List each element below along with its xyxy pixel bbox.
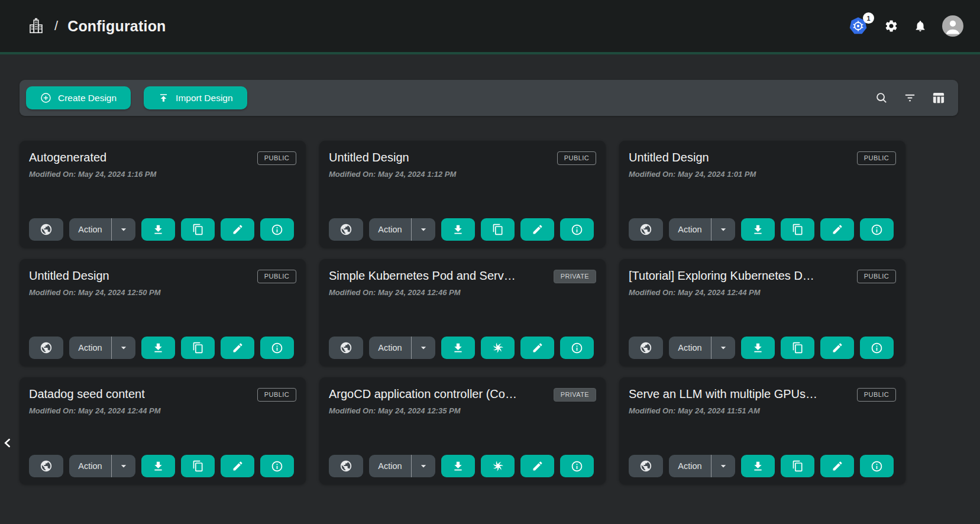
action-button[interactable]: Action [369,455,411,477]
card-action-bar: Action [629,337,896,359]
action-button[interactable]: Action [369,337,411,359]
pencil-icon [232,224,244,235]
sidebar-collapse-button[interactable] [0,433,15,453]
clone-button[interactable] [781,218,814,241]
edit-button[interactable] [221,455,254,477]
filter-button[interactable] [903,91,917,105]
design-spiral-button[interactable] [481,337,515,359]
action-button[interactable]: Action [69,455,111,477]
caret-down-icon [418,224,429,235]
download-button[interactable] [441,218,475,241]
info-button[interactable] [560,218,594,241]
download-icon [452,342,464,354]
notifications-button[interactable] [914,20,927,33]
visibility-globe-button[interactable] [329,455,363,477]
action-dropdown-button[interactable] [112,337,135,359]
pencil-icon [532,342,544,354]
visibility-globe-button[interactable] [629,337,663,359]
download-icon [152,460,164,473]
download-button[interactable] [141,218,175,241]
user-avatar[interactable] [942,15,963,37]
info-button[interactable] [560,337,594,359]
design-spiral-button[interactable] [481,455,515,477]
download-button[interactable] [741,218,775,241]
import-design-button[interactable]: Import Design [144,86,247,109]
card-header: Untitled Design PUBLIC [629,151,896,165]
action-dropdown-button[interactable] [711,455,735,477]
download-button[interactable] [441,455,475,477]
info-button[interactable] [860,337,894,359]
caret-down-icon [118,342,130,354]
table-view-button[interactable] [932,91,945,105]
visibility-badge: PUBLIC [257,270,296,283]
action-button[interactable]: Action [669,455,711,477]
edit-button[interactable] [820,337,854,359]
globe-icon [40,341,53,354]
action-dropdown-button[interactable] [112,218,135,241]
search-button[interactable] [875,91,888,105]
design-card: Serve an LLM with multiple GPUs… PUBLIC … [619,377,905,484]
pencil-icon [832,224,843,235]
edit-button[interactable] [520,218,554,241]
edit-button[interactable] [520,455,554,477]
card-action-bar: Action [629,455,896,477]
visibility-globe-button[interactable] [29,455,63,477]
download-button[interactable] [741,455,775,477]
design-card: Untitled Design PUBLIC Modified On: May … [319,141,606,248]
design-title: ArgoCD application controller (Co… [329,387,517,401]
clone-button[interactable] [481,218,515,241]
info-button[interactable] [260,218,294,241]
visibility-globe-button[interactable] [29,218,63,241]
edit-button[interactable] [520,337,554,359]
action-dropdown-button[interactable] [711,218,735,241]
action-button[interactable]: Action [669,218,711,241]
edit-button[interactable] [221,337,254,359]
building-icon[interactable] [27,17,45,35]
download-button[interactable] [441,337,475,359]
visibility-globe-button[interactable] [629,218,663,241]
card-header: Serve an LLM with multiple GPUs… PUBLIC [629,387,896,402]
action-dropdown-button[interactable] [112,455,135,477]
download-button[interactable] [141,337,175,359]
clone-button[interactable] [181,455,215,477]
visibility-globe-button[interactable] [29,337,63,359]
edit-button[interactable] [221,218,254,241]
action-button[interactable]: Action [69,218,111,241]
action-dropdown-button[interactable] [412,337,435,359]
info-button[interactable] [860,455,894,477]
settings-button[interactable] [884,19,898,33]
visibility-globe-button[interactable] [329,218,363,241]
create-design-button[interactable]: Create Design [26,86,131,109]
download-button[interactable] [741,337,775,359]
info-button[interactable] [560,455,594,477]
visibility-globe-button[interactable] [629,455,663,477]
visibility-globe-button[interactable] [329,337,363,359]
card-header: ArgoCD application controller (Co… PRIVA… [329,387,596,402]
visibility-badge: PUBLIC [257,388,296,402]
action-button[interactable]: Action [69,337,111,359]
action-dropdown-button[interactable] [412,218,435,241]
card-header: Untitled Design PUBLIC [29,269,296,283]
caret-down-icon [717,460,729,472]
action-dropdown-button[interactable] [412,455,435,477]
info-button[interactable] [260,455,294,477]
clone-button[interactable] [181,218,215,241]
clone-button[interactable] [181,337,215,359]
kubernetes-context-chip[interactable]: 1 [849,17,869,35]
action-dropdown-button[interactable] [711,337,735,359]
info-button[interactable] [860,218,894,241]
design-title: Untitled Design [29,269,109,283]
edit-button[interactable] [820,455,854,477]
action-split-button: Action [69,455,135,477]
info-icon [871,342,883,354]
copy-icon [192,460,204,472]
modified-date: Modified On: May 24, 2024 1:12 PM [329,170,596,179]
clone-button[interactable] [781,337,814,359]
info-button[interactable] [260,337,294,359]
clone-button[interactable] [781,455,814,477]
edit-button[interactable] [820,218,854,241]
action-button[interactable]: Action [669,337,711,359]
download-button[interactable] [141,455,175,477]
designs-toolbar: Create Design Import Design [20,80,958,116]
action-button[interactable]: Action [369,218,411,241]
